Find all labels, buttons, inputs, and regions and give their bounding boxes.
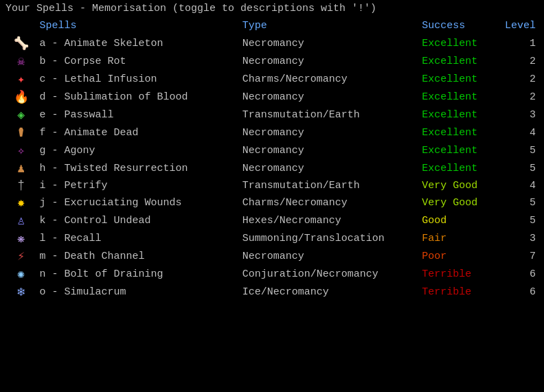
spell-name: l - Recall (36, 229, 239, 247)
spell-level: 5 (497, 194, 539, 211)
spell-name: m - Death Channel (36, 247, 239, 265)
spell-icon-glyph: 🔥 (14, 91, 29, 104)
spell-type: Transmutation/Earth (240, 177, 419, 194)
col-header-spells: Spells (36, 19, 239, 34)
spell-icon: ✺ (5, 265, 36, 283)
table-row: ◈ e - Passwall Transmutation/Earth Excel… (5, 106, 539, 124)
col-header-icon (5, 19, 36, 34)
spell-icon: 🦴 (5, 34, 36, 52)
spell-icon: ⚰ (5, 124, 36, 141)
spell-icon: ❄ (5, 283, 36, 301)
spell-icon-glyph: ◈ (17, 108, 25, 122)
table-row: ✧ g - Agony Necromancy Excellent 5 (5, 141, 539, 159)
spell-icon-glyph: ❋ (17, 232, 25, 246)
spell-icon: ♟ (5, 159, 36, 177)
spell-icon-glyph: † (17, 178, 25, 192)
spell-success: Fair (419, 229, 497, 247)
spell-name: i - Petrify (36, 177, 239, 194)
spell-name: o - Simulacrum (36, 283, 239, 301)
table-row: 🔥 d - Sublimation of Blood Necromancy Ex… (5, 88, 539, 106)
spell-success: Terrible (419, 265, 497, 283)
table-row: † i - Petrify Transmutation/Earth Very G… (5, 177, 539, 194)
spell-success: Excellent (419, 70, 497, 88)
spell-level: 7 (497, 247, 539, 265)
title-bar: Your Spells - Memorisation (toggle to de… (5, 3, 539, 14)
spell-table: Spells Type Success Level 🦴 a - Animate … (5, 19, 539, 301)
spell-type: Transmutation/Earth (240, 106, 419, 124)
spell-success: Excellent (419, 124, 497, 141)
spell-icon-glyph: ✧ (17, 144, 25, 158)
spell-icon: ✦ (5, 70, 36, 88)
spell-name: a - Animate Skeleton (36, 34, 239, 52)
spell-icon: ❋ (5, 229, 36, 247)
spell-level: 5 (497, 141, 539, 159)
spell-level: 4 (497, 124, 539, 141)
spell-icon-glyph: ♟ (17, 162, 25, 176)
spell-success: Terrible (419, 283, 497, 301)
spell-type: Necromancy (240, 124, 419, 141)
spell-name: k - Control Undead (36, 211, 239, 229)
spell-type: Summoning/Translocation (240, 229, 419, 247)
spell-level: 1 (497, 34, 539, 52)
table-row: ⚡ m - Death Channel Necromancy Poor 7 (5, 247, 539, 265)
table-row: ✺ n - Bolt of Draining Conjuration/Necro… (5, 265, 539, 283)
spell-icon: ⚡ (5, 247, 36, 265)
table-row: ♙ k - Control Undead Hexes/Necromancy Go… (5, 211, 539, 229)
col-header-type: Type (240, 19, 419, 34)
spell-type: Necromancy (240, 141, 419, 159)
spell-name: h - Twisted Resurrection (36, 159, 239, 177)
table-row: ♟ h - Twisted Resurrection Necromancy Ex… (5, 159, 539, 177)
spell-success: Excellent (419, 34, 497, 52)
spell-level: 6 (497, 265, 539, 283)
spell-icon-glyph: ♙ (17, 214, 25, 228)
spell-name: n - Bolt of Draining (36, 265, 239, 283)
spell-icon: ✧ (5, 141, 36, 159)
spell-type: Necromancy (240, 247, 419, 265)
spell-type: Hexes/Necromancy (240, 211, 419, 229)
spell-icon-glyph: ⚡ (17, 250, 25, 264)
spell-level: 3 (497, 229, 539, 247)
spell-icon: † (5, 177, 36, 194)
spell-success: Excellent (419, 52, 497, 70)
spell-level: 2 (497, 70, 539, 88)
table-row: ✦ c - Lethal Infusion Charms/Necromancy … (5, 70, 539, 88)
spell-name: b - Corpse Rot (36, 52, 239, 70)
spell-name: d - Sublimation of Blood (36, 88, 239, 106)
spell-level: 4 (497, 177, 539, 194)
spell-name: g - Agony (36, 141, 239, 159)
table-row: ⚰ f - Animate Dead Necromancy Excellent … (5, 124, 539, 141)
table-row: ❄ o - Simulacrum Ice/Necromancy Terrible… (5, 283, 539, 301)
spell-icon-glyph: ✦ (17, 73, 25, 87)
spell-success: Excellent (419, 141, 497, 159)
spell-type: Necromancy (240, 34, 419, 52)
spell-name: j - Excruciating Wounds (36, 194, 239, 211)
table-row: 🦴 a - Animate Skeleton Necromancy Excell… (5, 34, 539, 52)
spell-icon-glyph: ✸ (17, 196, 25, 210)
title-text: Your Spells - Memorisation (toggle to de… (5, 3, 376, 14)
spell-icon-glyph: ☠ (17, 55, 25, 69)
spell-name: e - Passwall (36, 106, 239, 124)
spell-icon: 🔥 (5, 88, 36, 106)
spell-level: 5 (497, 211, 539, 229)
spell-type: Necromancy (240, 159, 419, 177)
spell-type: Necromancy (240, 52, 419, 70)
spell-icon-glyph: ⚰ (17, 126, 25, 140)
spell-icon: ☠ (5, 52, 36, 70)
spell-icon: ◈ (5, 106, 36, 124)
col-header-success: Success (419, 19, 497, 34)
spell-success: Excellent (419, 88, 497, 106)
table-row: ✸ j - Excruciating Wounds Charms/Necroma… (5, 194, 539, 211)
spell-level: 5 (497, 159, 539, 177)
spell-level: 6 (497, 283, 539, 301)
table-row: ❋ l - Recall Summoning/Translocation Fai… (5, 229, 539, 247)
spell-type: Conjuration/Necromancy (240, 265, 419, 283)
spell-success: Excellent (419, 159, 497, 177)
spell-level: 2 (497, 52, 539, 70)
spell-success: Excellent (419, 106, 497, 124)
col-header-level: Level (497, 19, 539, 34)
spell-icon-glyph: ❄ (17, 286, 25, 299)
spell-name: f - Animate Dead (36, 124, 239, 141)
spell-success: Good (419, 211, 497, 229)
spell-success: Very Good (419, 177, 497, 194)
spell-type: Ice/Necromancy (240, 283, 419, 301)
